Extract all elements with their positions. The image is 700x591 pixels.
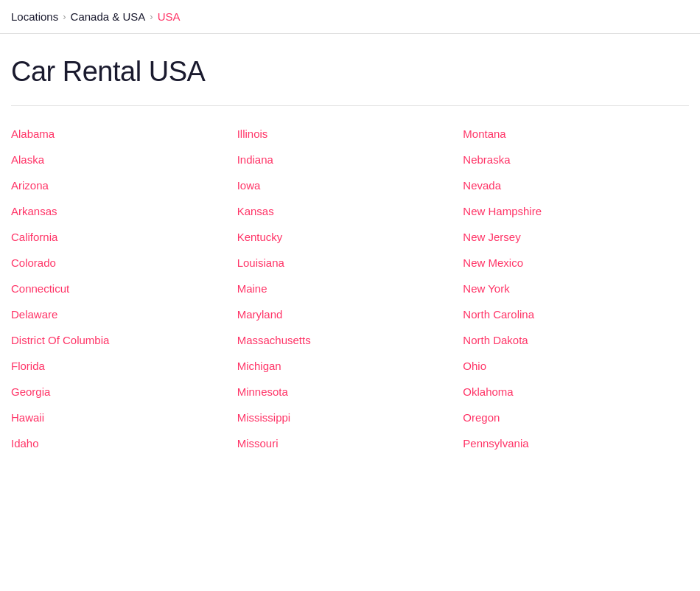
state-link[interactable]: North Carolina: [463, 301, 689, 327]
page-title: Car Rental USA: [11, 56, 689, 88]
breadcrumb-sep-2: ›: [150, 11, 153, 22]
state-link[interactable]: Florida: [11, 353, 237, 379]
state-link[interactable]: New York: [463, 276, 689, 301]
state-link[interactable]: Idaho: [11, 430, 237, 456]
state-link[interactable]: Arizona: [11, 172, 237, 198]
breadcrumb-locations[interactable]: Locations: [11, 10, 58, 23]
state-link[interactable]: Alaska: [11, 147, 237, 172]
state-link[interactable]: Colorado: [11, 250, 237, 276]
state-link[interactable]: Ohio: [463, 353, 689, 379]
state-link[interactable]: California: [11, 224, 237, 250]
state-link[interactable]: New Hampshire: [463, 198, 689, 224]
state-link[interactable]: District Of Columbia: [11, 327, 237, 353]
state-link[interactable]: Missouri: [237, 430, 463, 456]
main-content: Car Rental USA AlabamaIllinoisMontanaAla…: [0, 34, 700, 478]
breadcrumb-canada-usa[interactable]: Canada & USA: [71, 10, 146, 23]
state-link[interactable]: New Jersey: [463, 224, 689, 250]
breadcrumb: Locations › Canada & USA › USA: [0, 0, 700, 34]
state-link[interactable]: Indiana: [237, 147, 463, 172]
state-link[interactable]: Massachusetts: [237, 327, 463, 353]
state-link[interactable]: Michigan: [237, 353, 463, 379]
state-link[interactable]: New Mexico: [463, 250, 689, 276]
state-link[interactable]: Mississippi: [237, 405, 463, 430]
breadcrumb-sep-1: ›: [63, 11, 66, 22]
state-link[interactable]: Kansas: [237, 198, 463, 224]
state-link[interactable]: Oklahoma: [463, 379, 689, 405]
state-link[interactable]: Connecticut: [11, 276, 237, 301]
state-link[interactable]: Georgia: [11, 379, 237, 405]
state-link[interactable]: Pennsylvania: [463, 430, 689, 456]
state-link[interactable]: Oregon: [463, 405, 689, 430]
state-link[interactable]: Minnesota: [237, 379, 463, 405]
state-link[interactable]: Hawaii: [11, 405, 237, 430]
state-link[interactable]: North Dakota: [463, 327, 689, 353]
state-link[interactable]: Kentucky: [237, 224, 463, 250]
divider: [11, 105, 689, 106]
state-link[interactable]: Delaware: [11, 301, 237, 327]
state-link[interactable]: Nevada: [463, 172, 689, 198]
state-link[interactable]: Louisiana: [237, 250, 463, 276]
state-link[interactable]: Illinois: [237, 121, 463, 147]
state-link[interactable]: Maryland: [237, 301, 463, 327]
state-link[interactable]: Alabama: [11, 121, 237, 147]
state-link[interactable]: Iowa: [237, 172, 463, 198]
state-link[interactable]: Maine: [237, 276, 463, 301]
state-link[interactable]: Arkansas: [11, 198, 237, 224]
state-link[interactable]: Montana: [463, 121, 689, 147]
states-grid: AlabamaIllinoisMontanaAlaskaIndianaNebra…: [11, 121, 689, 456]
state-link[interactable]: Nebraska: [463, 147, 689, 172]
breadcrumb-usa: USA: [158, 10, 181, 23]
